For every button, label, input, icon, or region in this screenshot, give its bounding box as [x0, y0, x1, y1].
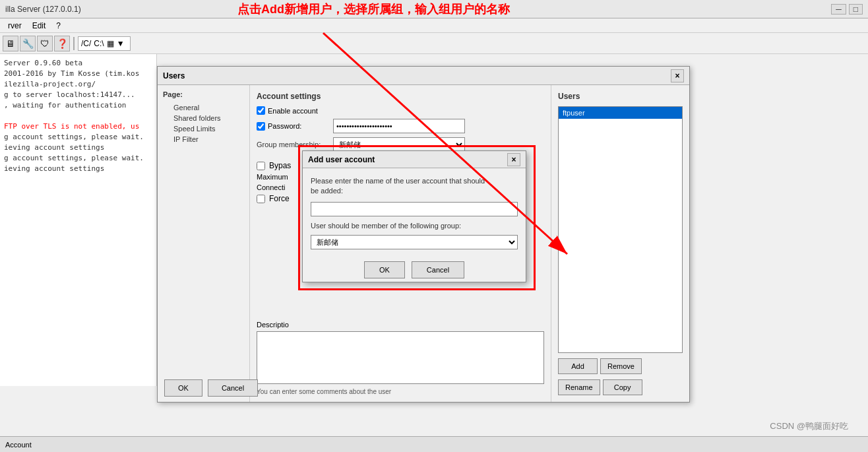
password-label: Password:: [268, 122, 301, 130]
password-checkbox[interactable]: [257, 122, 265, 131]
minimize-btn[interactable]: ─: [831, 4, 846, 15]
enable-account-checkbox[interactable]: [257, 106, 265, 115]
rename-copy-btn-row: Rename Copy: [558, 379, 683, 395]
toolbar-btn-2[interactable]: 🔧: [20, 36, 36, 51]
add-remove-btn-row: Add Remove: [558, 358, 683, 374]
password-row: Password:: [257, 119, 544, 133]
app-toolbar: 🖥 🔧 🛡 ❓ /C/ C:\ ▦ ▼: [0, 33, 868, 54]
users-cancel-button[interactable]: Cancel: [208, 379, 258, 397]
password-input[interactable]: [333, 119, 465, 133]
log-line-6: [4, 111, 152, 121]
password-checkbox-row: Password:: [257, 122, 329, 131]
force-checkbox[interactable]: [257, 195, 265, 203]
add-user-body: Please enter the name of the user accoun…: [303, 168, 526, 257]
add-user-close-btn[interactable]: ×: [507, 153, 520, 166]
bypass-label: Bypas: [269, 161, 291, 170]
add-user-dialog: Add user account × Please enter the name…: [302, 150, 526, 282]
users-panel-title: Users: [558, 92, 683, 101]
log-line-2: 2001-2016 by Tim Kosse (tim.kos: [4, 69, 152, 79]
enable-account-row: Enable account: [257, 106, 544, 115]
add-user-ok-btn[interactable]: OK: [364, 261, 405, 278]
toolbar-btn-1[interactable]: 🖥: [3, 36, 18, 51]
enable-account-label: Enable account: [268, 107, 318, 115]
toolbar-btn-4[interactable]: ❓: [54, 36, 70, 51]
bypass-checkbox[interactable]: [257, 162, 265, 170]
watermark: CSDN @鸭腿面好吃: [770, 420, 848, 432]
app-statusbar: Account: [0, 436, 868, 452]
description-label: Descriptio: [257, 321, 544, 329]
add-user-button[interactable]: Add: [558, 358, 598, 374]
users-dialog-title: Users: [163, 71, 185, 81]
nav-item-speed[interactable]: Speed Limits: [163, 123, 244, 134]
account-settings-title: Account settings: [257, 92, 544, 101]
log-line-3: ilezilla-project.org/: [4, 79, 152, 90]
log-line-8: g account settings, please wait.: [4, 132, 152, 143]
nav-item-general[interactable]: General: [163, 102, 244, 113]
dropdown-icon[interactable]: ▼: [117, 39, 125, 48]
users-nav: Page: General Shared folders Speed Limit…: [158, 85, 250, 402]
add-user-title: Add user account: [308, 155, 375, 164]
rename-user-button[interactable]: Rename: [558, 379, 600, 395]
annotation-text: 点击Add新增用户，选择所属组，输入组用户的名称: [237, 1, 510, 17]
status-text: Account: [5, 441, 32, 449]
log-line-1: Server 0.9.60 beta: [4, 58, 152, 69]
menu-edit[interactable]: Edit: [27, 21, 51, 30]
log-line-5: , waiting for authentication: [4, 100, 152, 111]
toolbar-path: /C/ C:\ ▦ ▼: [78, 36, 131, 51]
app-menubar: rver Edit ?: [0, 18, 868, 33]
log-line-9: ieving account settings: [4, 143, 152, 153]
copy-user-button[interactable]: Copy: [603, 379, 642, 395]
menu-help[interactable]: ?: [51, 21, 66, 30]
nav-item-shared[interactable]: Shared folders: [163, 113, 244, 123]
app-title: illa Server (127.0.0.1): [5, 5, 81, 14]
log-panel: Server 0.9.60 beta 2001-2016 by Tim Koss…: [0, 54, 157, 386]
users-dialog-footer: OK Cancel: [158, 374, 388, 402]
log-line-10: g account settings, please wait.: [4, 153, 152, 164]
users-right-panel: Users ftpuser Add Remove Rename Copy: [551, 85, 689, 402]
users-list: ftpuser: [558, 106, 683, 353]
group-row: Group membership: 新邮储: [257, 137, 544, 152]
force-label: Force: [269, 194, 290, 203]
add-user-footer: OK Cancel: [303, 257, 526, 282]
group-label: Group membership:: [257, 141, 329, 148]
add-user-group-label: User should be member of the following g…: [311, 222, 518, 230]
group-select[interactable]: 新邮储: [333, 137, 465, 152]
user-list-item-ftpuser[interactable]: ftpuser: [559, 107, 682, 119]
add-user-titlebar: Add user account ×: [303, 151, 526, 168]
users-ok-button[interactable]: OK: [164, 379, 202, 397]
users-dialog-close[interactable]: ×: [671, 69, 684, 82]
add-user-cancel-btn[interactable]: Cancel: [412, 261, 464, 278]
log-line-7: FTP over TLS is not enabled, us: [4, 121, 152, 132]
add-user-description: Please enter the name of the user accoun…: [311, 176, 518, 197]
users-dialog-titlebar: Users ×: [158, 67, 689, 85]
path-c2: C:\: [94, 39, 104, 48]
add-user-group-select[interactable]: 新邮储: [311, 235, 518, 249]
account-settings: Enable account Password: Group membershi…: [257, 106, 544, 152]
toolbar-btn-3[interactable]: 🛡: [37, 36, 53, 51]
menu-server[interactable]: rver: [3, 21, 27, 30]
toolbar-separator: [73, 37, 75, 50]
nav-item-ip[interactable]: IP Filter: [163, 134, 244, 145]
path-c1: /C/: [81, 39, 91, 48]
users-nav-title: Page:: [163, 90, 244, 98]
toolbar-grid-icon: ▦: [107, 39, 114, 48]
log-line-4: g to server localhost:14147...: [4, 90, 152, 100]
log-line-11: ieving account settings: [4, 164, 152, 174]
add-user-name-input[interactable]: [311, 202, 518, 216]
remove-user-button[interactable]: Remove: [600, 358, 642, 374]
maximize-btn[interactable]: □: [849, 4, 863, 15]
